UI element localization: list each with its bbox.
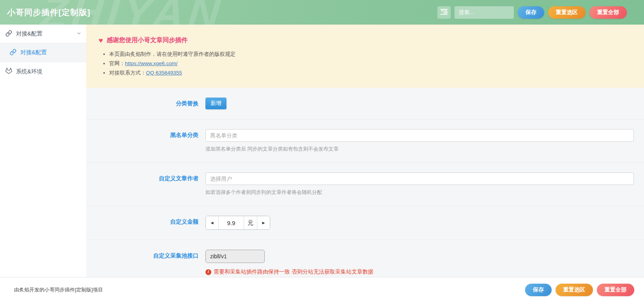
sidebar-item-label: 对接&配置: [16, 30, 73, 37]
notice-panel: ♥ 感谢您使用小哥文章同步插件 本页面由炙焰制作，请在使用时遵守原作者的版权规定…: [86, 25, 644, 88]
indent-icon: [441, 9, 448, 16]
notice-text: 对接联系方式：: [109, 70, 146, 76]
reset-all-button-footer[interactable]: 重置全部: [597, 284, 634, 296]
reset-selection-button[interactable]: 重置选区: [548, 6, 586, 19]
increase-amount-button[interactable]: ▶: [257, 216, 270, 229]
search-input[interactable]: [455, 6, 514, 19]
notice-list: 本页面由炙焰制作，请在使用时遵守原作者的版权规定 官网：https://www.…: [109, 50, 632, 77]
field-label: 分类替换: [86, 98, 205, 107]
notice-item: 官网：https://www.xge6.com/: [109, 59, 632, 68]
amount-unit: 元: [244, 216, 257, 229]
sidebar-item-system-env[interactable]: 系统&环境: [0, 62, 86, 81]
reset-all-button[interactable]: 重置全部: [589, 6, 627, 19]
notice-item: 本页面由炙焰制作，请在使用时遵守原作者的版权规定: [109, 50, 632, 59]
header-actions: 保存 重置选区 重置全部: [437, 6, 627, 19]
footer-actions: 保存 重置选区 重置全部: [525, 284, 634, 296]
notice-text: 官网：: [109, 60, 125, 66]
field-label: 黑名单分类: [86, 129, 205, 139]
left-arrow-icon: ◀: [211, 221, 214, 225]
row-custom-author: 自定义文章作者 如若选择多个作者则同步到的文章作者将会随机分配: [86, 163, 644, 206]
notice-title: 感谢您使用小哥文章同步插件: [106, 36, 188, 44]
chevron-down-icon: [76, 31, 81, 37]
main-content: ♥ 感谢您使用小哥文章同步插件 本页面由炙焰制作，请在使用时遵守原作者的版权规定…: [86, 25, 644, 277]
sidebar: 对接&配置 对接&配置: [0, 25, 86, 277]
reset-selection-button-footer[interactable]: 重置选区: [556, 284, 593, 296]
pool-warning-text: 需要和采集站插件路由保持一致 否则分站无法获取采集站文章数据: [214, 268, 373, 275]
field-help-text: 如若选择多个作者则同步到的文章作者将会随机分配: [205, 189, 634, 196]
sidebar-item-connect-config-parent[interactable]: 对接&配置: [0, 25, 86, 43]
field-label: 自定义采集池接口: [86, 250, 205, 259]
official-site-link[interactable]: https://www.xge6.com/: [125, 60, 178, 66]
notice-text: 本页面由炙焰制作，请在使用时遵守原作者的版权规定: [109, 51, 235, 57]
sidebar-item-label: 系统&环境: [16, 68, 42, 75]
row-blacklist-category: 黑名单分类 添加黑名单分类后 同步的文章分类如有包含则不会发布文章: [86, 119, 644, 163]
amount-input[interactable]: [218, 216, 244, 229]
row-category-replace: 分类替换 新增: [86, 88, 644, 119]
add-category-button[interactable]: 新增: [205, 98, 226, 109]
pool-warning: i 需要和采集站插件路由保持一致 否则分站无法获取采集站文章数据: [205, 268, 634, 275]
notice-heading: ♥ 感谢您使用小哥文章同步插件: [99, 36, 632, 44]
link-icon: [10, 49, 16, 57]
pool-api-input[interactable]: [205, 250, 265, 263]
decrease-amount-button[interactable]: ◀: [206, 216, 218, 229]
link-icon: [5, 30, 12, 38]
notice-item: 对接联系方式：QQ 635649355: [109, 68, 632, 77]
save-button[interactable]: 保存: [518, 6, 544, 19]
page-title: 小哥同步插件[定制版]: [7, 7, 90, 18]
app-window: ZHIYAN 小哥同步插件[定制版] 保存 重置选区 重置全部: [0, 0, 644, 302]
row-custom-amount: 自定义金额 ◀ 元 ▶: [86, 206, 644, 240]
info-icon: i: [205, 269, 211, 275]
footer-bar: 由炙焰开发的小哥同步插件[定制版]项目 保存 重置选区 重置全部: [0, 277, 644, 302]
custom-author-input[interactable]: [205, 172, 634, 185]
gitlab-icon: [5, 68, 12, 75]
heart-icon: ♥: [99, 37, 103, 44]
sidebar-item-connect-config[interactable]: 对接&配置: [0, 43, 86, 62]
qq-contact-link[interactable]: QQ 635649355: [146, 70, 182, 76]
save-button-footer[interactable]: 保存: [525, 284, 552, 296]
collapse-menu-button[interactable]: [437, 6, 451, 19]
field-label: 自定义金额: [86, 216, 205, 226]
settings-form: 分类替换 新增 黑名单分类 添加黑名单分类后 同步的文章分类如有包含则不会发布文…: [86, 88, 644, 302]
amount-stepper: ◀ 元 ▶: [205, 216, 270, 230]
footer-text: 由炙焰开发的小哥同步插件[定制版]项目: [14, 286, 103, 293]
field-label: 自定义文章作者: [86, 172, 205, 182]
sidebar-item-label: 对接&配置: [20, 49, 47, 56]
body-wrap: 对接&配置 对接&配置: [0, 25, 644, 277]
blacklist-category-input[interactable]: [205, 129, 634, 142]
field-help-text: 添加黑名单分类后 同步的文章分类如有包含则不会发布文章: [205, 146, 634, 153]
right-arrow-icon: ▶: [262, 221, 265, 225]
header-bar: ZHIYAN 小哥同步插件[定制版] 保存 重置选区 重置全部: [0, 0, 644, 25]
